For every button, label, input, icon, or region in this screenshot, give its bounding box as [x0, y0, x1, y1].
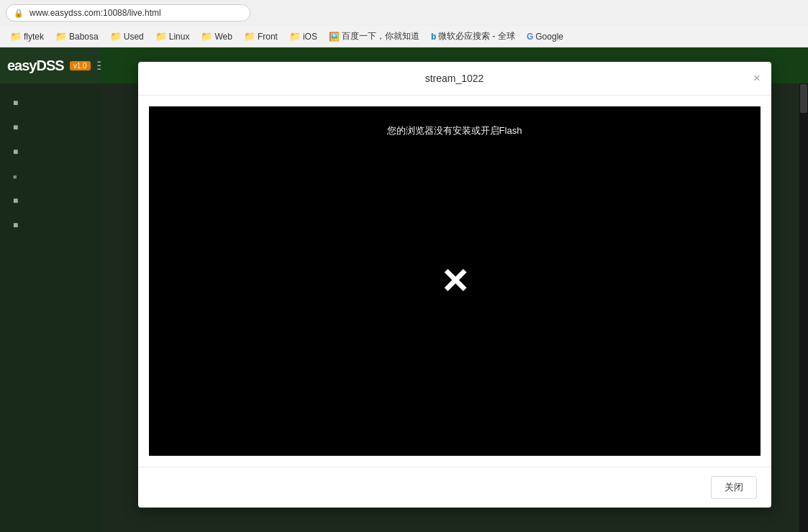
bookmark-front-label: Front	[258, 32, 278, 42]
modal-footer: 关闭	[138, 467, 771, 508]
sidebar-item-6-label: ■	[13, 220, 18, 230]
folder-icon-ios: 📁	[289, 31, 301, 42]
sidebar-item-3-label: ■	[13, 147, 18, 157]
sidebar: easyDSS v1.0 ☰ ■ ■ ■ ■ ■ ■	[0, 47, 101, 532]
bookmark-linux[interactable]: 📁 Linux	[151, 29, 194, 43]
sidebar-item-2[interactable]: ■	[0, 115, 101, 139]
google-icon: G	[527, 32, 533, 42]
folder-icon-linux: 📁	[155, 31, 167, 42]
baidu-icon: 🖼️	[329, 32, 340, 42]
sidebar-item-5-label: ■	[13, 196, 18, 206]
sidebar-item-6[interactable]: ■	[0, 213, 101, 237]
sidebar-item-5[interactable]: ■	[0, 188, 101, 213]
bookmark-babosa[interactable]: 📁 Babosa	[51, 29, 103, 43]
sidebar-item-1-label: ■	[13, 98, 18, 108]
address-text: www.easydss.com:10088/live.html	[29, 8, 161, 18]
sidebar-menu: ■ ■ ■ ■ ■ ■	[0, 83, 101, 237]
bookmark-linux-label: Linux	[169, 32, 190, 42]
bookmark-used[interactable]: 📁 Used	[106, 29, 148, 43]
app-logo: easyDSS	[7, 58, 64, 74]
bookmark-front[interactable]: 📁 Front	[240, 29, 282, 43]
address-bar-row: 🔒 www.easydss.com:10088/live.html	[0, 0, 808, 26]
modal-overlay: stream_1022 × 您的浏览器没有安装或开启Flash ✕ 关闭	[101, 47, 808, 532]
bookmark-google-label: Google	[535, 32, 563, 42]
modal-body: 您的浏览器没有安装或开启Flash ✕	[138, 96, 771, 467]
bing-icon: b	[431, 32, 436, 42]
sidebar-item-1[interactable]: ■	[0, 91, 101, 115]
sidebar-item-4[interactable]: ■	[0, 164, 101, 188]
x-mark: ✕	[440, 261, 469, 301]
bookmark-ios[interactable]: 📁 iOS	[285, 29, 322, 43]
bookmark-bing-label: 微软必应搜索 - 全球	[438, 30, 515, 42]
modal-header: stream_1022 ×	[138, 62, 771, 96]
footer-close-button[interactable]: 关闭	[711, 476, 757, 499]
modal-dialog: stream_1022 × 您的浏览器没有安装或开启Flash ✕ 关闭	[138, 62, 771, 508]
bookmark-baidu[interactable]: 🖼️ 百度一下，你就知道	[324, 29, 424, 44]
bookmark-web[interactable]: 📁 Web	[196, 29, 236, 43]
folder-icon-front: 📁	[244, 31, 255, 42]
bookmark-bing[interactable]: b 微软必应搜索 - 全球	[427, 29, 519, 44]
modal-title: stream_1022	[425, 73, 484, 84]
address-bar[interactable]: 🔒 www.easydss.com:10088/live.html	[6, 4, 250, 22]
bookmark-flytek[interactable]: 📁 flytek	[6, 29, 48, 43]
folder-icon-babosa: 📁	[55, 31, 67, 42]
sidebar-header: easyDSS v1.0 ☰	[0, 47, 101, 83]
bookmarks-bar: 📁 flytek 📁 Babosa 📁 Used 📁 Linux 📁 Web 📁…	[0, 26, 808, 47]
bookmark-ios-label: iOS	[303, 32, 317, 42]
bookmark-flytek-label: flytek	[24, 32, 44, 42]
video-player: 您的浏览器没有安装或开启Flash ✕	[149, 106, 761, 456]
sidebar-item-2-label: ■	[13, 122, 18, 132]
bookmark-baidu-label: 百度一下，你就知道	[342, 30, 419, 42]
bookmark-web-label: Web	[214, 32, 232, 42]
flash-notice: 您的浏览器没有安装或开启Flash	[387, 124, 522, 137]
sidebar-item-3[interactable]: ■	[0, 139, 101, 164]
modal-close-button[interactable]: ×	[753, 73, 760, 84]
bookmark-babosa-label: Babosa	[69, 32, 99, 42]
bookmark-used-label: Used	[124, 32, 144, 42]
folder-icon-used: 📁	[110, 31, 122, 42]
sidebar-item-4-label: ■	[13, 173, 17, 180]
folder-icon-flytek: 📁	[10, 31, 22, 42]
bookmark-google[interactable]: G Google	[522, 30, 568, 43]
version-badge: v1.0	[70, 61, 91, 70]
folder-icon-web: 📁	[201, 31, 212, 42]
app-container: easyDSS v1.0 ☰ ■ ■ ■ ■ ■ ■	[0, 47, 808, 532]
lock-icon: 🔒	[14, 9, 24, 18]
main-content: stream_1022 × 您的浏览器没有安装或开启Flash ✕ 关闭	[101, 47, 808, 532]
